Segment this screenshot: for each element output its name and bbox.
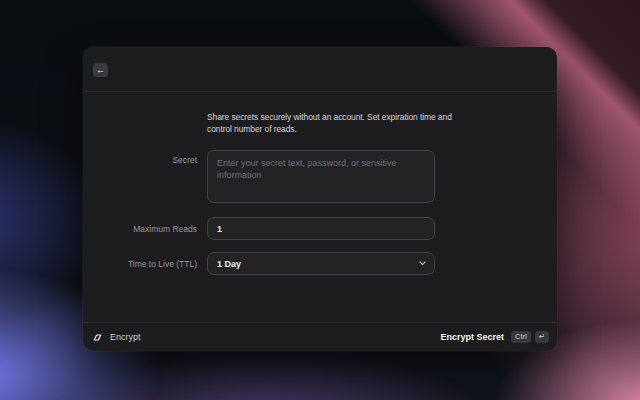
ttl-selected-value: 1 Day bbox=[217, 259, 241, 269]
ttl-label: Time to Live (TTL) bbox=[83, 259, 197, 269]
ttl-row: Time to Live (TTL) 1 Day bbox=[83, 252, 557, 275]
form-content: Share secrets securely without an accoun… bbox=[83, 93, 557, 322]
primary-action-label: Encrypt Secret bbox=[441, 332, 505, 342]
ttl-select[interactable]: 1 Day bbox=[207, 252, 435, 275]
encrypt-app-icon bbox=[92, 332, 103, 343]
window-footer: Encrypt Encrypt Secret Ctrl ↵ bbox=[83, 322, 557, 351]
secret-textarea[interactable] bbox=[207, 150, 435, 203]
maximum-reads-input[interactable] bbox=[207, 217, 435, 240]
window-header: ← bbox=[83, 47, 557, 92]
maximum-reads-label: Maximum Reads bbox=[83, 224, 197, 234]
chevron-down-icon bbox=[419, 261, 426, 266]
form-description: Share secrets securely without an accoun… bbox=[207, 111, 453, 135]
back-button[interactable]: ← bbox=[93, 63, 108, 77]
footer-app-info: Encrypt bbox=[92, 332, 141, 343]
secret-label: Secret bbox=[83, 150, 197, 165]
key-badge-ctrl: Ctrl bbox=[511, 331, 531, 343]
maximum-reads-row: Maximum Reads bbox=[83, 217, 557, 240]
back-arrow-icon: ← bbox=[96, 64, 105, 77]
secret-field-row: Secret bbox=[83, 150, 557, 203]
app-name: Encrypt bbox=[110, 332, 141, 342]
footer-primary-action[interactable]: Encrypt Secret Ctrl ↵ bbox=[441, 331, 550, 343]
encrypt-secret-window: ← Share secrets securely without an acco… bbox=[83, 47, 557, 351]
key-badge-return: ↵ bbox=[535, 331, 549, 343]
